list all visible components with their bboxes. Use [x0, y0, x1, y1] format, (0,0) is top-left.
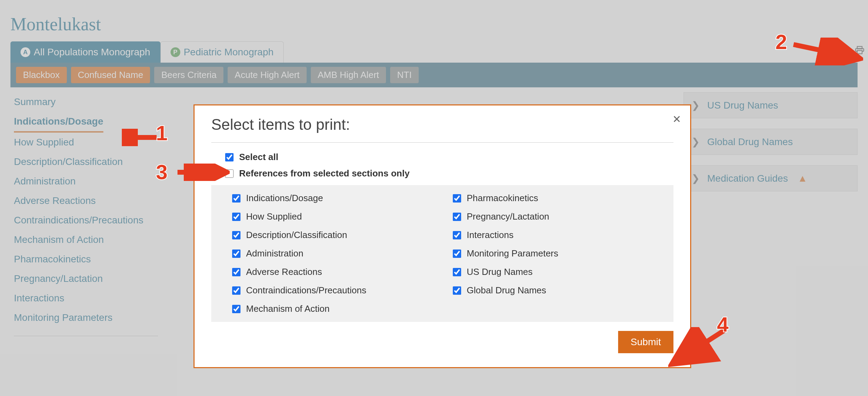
dialog-title: Select items to print:: [211, 116, 673, 143]
annotation-arrow-2: [790, 38, 863, 65]
print-item-checkbox[interactable]: [232, 268, 240, 276]
print-item-label: Administration: [246, 248, 303, 259]
print-item-label: Indications/Dosage: [246, 193, 323, 204]
annotation-arrow-1: [122, 129, 160, 146]
print-item-checkbox[interactable]: [453, 250, 461, 258]
annotation-arrow-3: [174, 164, 230, 181]
right-panel: ❯US Drug Names❯Global Drug Names❯Medicat…: [684, 92, 858, 336]
tab-pediatric-monograph[interactable]: PPediatric Monograph: [160, 41, 284, 63]
nav-item-pregnancy-lactation[interactable]: Pregnancy/Lactation: [14, 269, 174, 288]
print-item-label: Contraindications/Precautions: [246, 285, 366, 296]
annotation-number-1: 1: [156, 121, 167, 145]
chevron-right-icon: ❯: [692, 136, 700, 148]
print-item-checkbox[interactable]: [232, 231, 240, 239]
alert-bar: BlackboxConfused NameBeers CriteriaAcute…: [10, 63, 858, 87]
print-item-monitoring-parameters[interactable]: Monitoring Parameters: [453, 248, 653, 259]
print-item-checkbox[interactable]: [453, 213, 461, 221]
accordion-label: Global Drug Names: [707, 136, 793, 148]
print-item-checkbox[interactable]: [453, 194, 461, 203]
alert-pill-blackbox[interactable]: Blackbox: [16, 67, 67, 83]
print-item-adverse-reactions[interactable]: Adverse Reactions: [232, 267, 432, 277]
alert-pill-amb-high-alert: AMB High Alert: [311, 67, 386, 83]
chevron-right-icon: ❯: [692, 100, 700, 111]
tab-label: All Populations Monograph: [34, 47, 150, 58]
nav-item-pharmacokinetics[interactable]: Pharmacokinetics: [14, 250, 174, 269]
submit-button[interactable]: Submit: [618, 331, 673, 353]
annotation-number-2: 2: [775, 30, 787, 54]
print-item-label: Pharmacokinetics: [467, 193, 538, 204]
nav-divider: [14, 336, 158, 336]
print-dialog: ✕ Select items to print: Select all Refe…: [194, 104, 691, 368]
print-item-mechanism-of-action[interactable]: Mechanism of Action: [232, 303, 432, 314]
print-item-checkbox[interactable]: [232, 286, 240, 295]
print-item-administration[interactable]: Administration: [232, 248, 432, 259]
print-item-checkbox[interactable]: [453, 268, 461, 276]
print-item-label: Monitoring Parameters: [467, 248, 558, 259]
print-item-label: Description/Classification: [246, 230, 347, 240]
print-item-label: Global Drug Names: [467, 285, 546, 296]
print-item-checkbox[interactable]: [232, 250, 240, 258]
print-item-description-classification[interactable]: Description/Classification: [232, 230, 432, 240]
drug-title: Montelukast: [10, 14, 858, 34]
svg-line-9: [794, 45, 856, 58]
alert-pill-nti: NTI: [390, 67, 419, 83]
tab-label: Pediatric Monograph: [184, 47, 274, 58]
close-icon[interactable]: ✕: [672, 113, 681, 125]
print-item-interactions[interactable]: Interactions: [453, 230, 653, 240]
print-item-label: Mechanism of Action: [246, 303, 330, 314]
print-item-indications-dosage[interactable]: Indications/Dosage: [232, 193, 432, 204]
print-item-how-supplied[interactable]: How Supplied: [232, 211, 432, 222]
print-item-checkbox[interactable]: [453, 231, 461, 239]
alert-pill-beers-criteria: Beers Criteria: [154, 67, 223, 83]
accordion-global-drug-names[interactable]: ❯Global Drug Names: [684, 129, 858, 155]
annotation-number-4: 4: [717, 312, 728, 336]
print-item-contraindications-precautions[interactable]: Contraindications/Precautions: [232, 285, 432, 296]
print-item-checkbox[interactable]: [453, 286, 461, 295]
print-item-us-drug-names[interactable]: US Drug Names: [453, 267, 653, 277]
select-all-label: Select all: [239, 152, 278, 163]
tab-badge-icon: A: [21, 47, 30, 57]
print-item-global-drug-names[interactable]: Global Drug Names: [453, 285, 653, 296]
tab-all-populations-monograph[interactable]: AAll Populations Monograph: [10, 41, 160, 63]
accordion-us-drug-names[interactable]: ❯US Drug Names: [684, 92, 858, 118]
print-item-label: Adverse Reactions: [246, 267, 322, 277]
select-all-checkbox[interactable]: [225, 153, 234, 161]
refs-only-label: References from selected sections only: [239, 168, 410, 179]
nav-item-monitoring-parameters[interactable]: Monitoring Parameters: [14, 308, 174, 327]
refs-only-row[interactable]: References from selected sections only: [225, 168, 673, 179]
print-item-label: US Drug Names: [467, 267, 532, 277]
print-item-checkbox[interactable]: [232, 305, 240, 313]
warning-icon: ▲: [798, 173, 807, 184]
accordion-label: Medication Guides: [707, 173, 788, 184]
print-item-pharmacokinetics[interactable]: Pharmacokinetics: [453, 193, 653, 204]
nav-item-administration[interactable]: Administration: [14, 172, 174, 191]
nav-item-description-classification[interactable]: Description/Classification: [14, 152, 174, 172]
nav-item-indications-dosage[interactable]: Indications/Dosage: [14, 112, 103, 133]
annotation-number-3: 3: [156, 160, 167, 184]
alert-pill-acute-high-alert: Acute High Alert: [228, 67, 306, 83]
select-all-row[interactable]: Select all: [225, 152, 673, 163]
nav-item-interactions[interactable]: Interactions: [14, 288, 174, 308]
accordion-medication-guides[interactable]: ❯Medication Guides▲: [684, 165, 858, 191]
nav-item-adverse-reactions[interactable]: Adverse Reactions: [14, 191, 174, 211]
print-item-checkbox[interactable]: [232, 213, 240, 221]
monograph-tabs: AAll Populations MonographPPediatric Mon…: [10, 41, 858, 63]
nav-item-contraindications-precautions[interactable]: Contraindications/Precautions: [14, 211, 174, 230]
print-item-pregnancy-lactation[interactable]: Pregnancy/Lactation: [453, 211, 653, 222]
nav-item-summary[interactable]: Summary: [14, 92, 174, 112]
svg-line-11: [675, 331, 724, 362]
alert-pill-confused-name[interactable]: Confused Name: [71, 67, 150, 83]
print-item-label: How Supplied: [246, 211, 302, 222]
print-items-grid: Indications/DosageHow SuppliedDescriptio…: [211, 185, 673, 322]
print-item-label: Pregnancy/Lactation: [467, 211, 549, 222]
print-item-checkbox[interactable]: [232, 194, 240, 203]
tab-badge-icon: P: [171, 47, 180, 57]
print-item-label: Interactions: [467, 230, 513, 240]
accordion-label: US Drug Names: [707, 100, 778, 111]
chevron-right-icon: ❯: [692, 173, 700, 184]
nav-item-mechanism-of-action[interactable]: Mechanism of Action: [14, 230, 174, 250]
